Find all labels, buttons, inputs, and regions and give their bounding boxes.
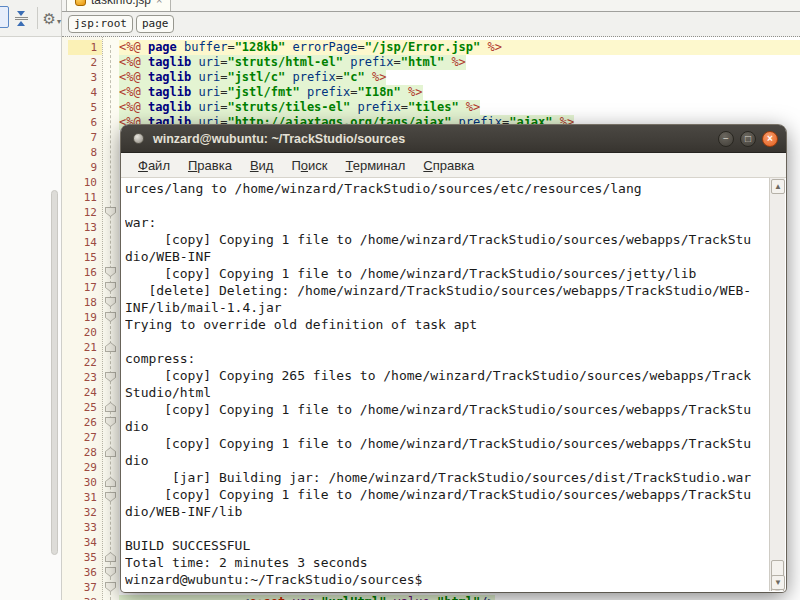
line-number: 24 — [63, 385, 97, 400]
panel-scrollbar-thumb[interactable] — [51, 190, 58, 555]
minimize-button[interactable]: − — [718, 131, 734, 147]
menu-правка[interactable]: Правка — [179, 156, 241, 175]
terminal-window[interactable]: winzard@wubuntu: ~/TrackStudio/sources −… — [121, 125, 786, 592]
terminal-title: winzard@wubuntu: ~/TrackStudio/sources — [153, 132, 405, 146]
code-line: <%@ taglib uri="jstl/c" prefix="c" %> — [119, 70, 800, 85]
close-button[interactable]: × — [762, 131, 778, 147]
line-number: 11 — [63, 190, 97, 205]
line-number: 10 — [63, 175, 97, 190]
menu-справка[interactable]: Справка — [414, 156, 483, 175]
toolbar-separator — [37, 7, 38, 29]
line-number: 16 — [63, 265, 97, 280]
code-line: <%@ taglib uri="struts/html-el" prefix="… — [119, 55, 800, 70]
jsp-file-icon — [75, 0, 86, 6]
scroll-down-icon[interactable]: ▼ — [771, 575, 785, 590]
line-number: 2 — [63, 55, 97, 70]
terminal-titlebar[interactable]: winzard@wubuntu: ~/TrackStudio/sources −… — [121, 125, 786, 153]
line-number: 33 — [63, 520, 97, 535]
line-number: 31 — [63, 490, 97, 505]
line-number: 6 — [63, 115, 97, 130]
tab-close-icon[interactable]: × — [156, 0, 162, 6]
line-number: 36 — [63, 565, 97, 580]
fold-marker-icon[interactable] — [105, 582, 116, 592]
line-number: 29 — [63, 460, 97, 475]
breadcrumb-page[interactable]: page — [136, 15, 175, 33]
line-number: 13 — [63, 220, 97, 235]
line-number: 9 — [63, 160, 97, 175]
tab-taskinfo-jsp[interactable]: taskinfo.jsp × — [66, 0, 171, 12]
editor-tab-bar: taskinfo.jsp × — [0, 0, 800, 12]
line-number: 22 — [63, 355, 97, 370]
fold-marker-icon[interactable] — [105, 297, 116, 307]
panel-edge-button[interactable] — [0, 6, 9, 28]
maximize-button[interactable]: □ — [740, 131, 756, 147]
line-number: 35 — [63, 550, 97, 565]
line-number: 20 — [63, 325, 97, 340]
line-number: 4 — [63, 85, 97, 100]
chevron-down-icon: ▾ — [57, 17, 61, 26]
menu-файл[interactable]: Файл — [129, 156, 179, 175]
terminal-menubar: ФайлПравкаВидПоискТерминалСправка — [121, 153, 786, 178]
menu-вид[interactable]: Вид — [241, 156, 283, 175]
line-number-gutter: 1234567891011121314151617181920212223242… — [62, 37, 103, 600]
terminal-output: urces/lang to /home/winzard/TrackStudio/… — [125, 180, 768, 591]
line-number: 26 — [63, 415, 97, 430]
line-number: 17 — [63, 280, 97, 295]
tab-label: taskinfo.jsp — [91, 0, 151, 7]
code-line: <c:set var="urlHtml" value="html"/> — [119, 595, 800, 600]
fold-marker-icon[interactable] — [105, 477, 116, 487]
line-number: 3 — [63, 70, 97, 85]
line-number: 37 — [63, 580, 97, 595]
line-number: 21 — [63, 340, 97, 355]
line-number: 1 — [68, 40, 102, 55]
line-number: 5 — [63, 100, 97, 115]
line-number: 19 — [63, 310, 97, 325]
settings-gear-button[interactable]: ⚙ ▾ — [43, 11, 61, 26]
fold-marker-icon[interactable] — [105, 552, 116, 562]
terminal-scrollbar[interactable]: ▲ ≡ ▼ — [769, 178, 785, 591]
line-number: 25 — [63, 400, 97, 415]
line-number: 23 — [63, 370, 97, 385]
fold-marker-icon[interactable] — [105, 207, 116, 217]
fold-marker-icon[interactable] — [105, 492, 116, 502]
fold-marker-icon[interactable] — [105, 447, 116, 457]
menu-поиск[interactable]: Поиск — [282, 156, 336, 175]
structure-panel-toolbar: ⚙ ▾ — [0, 0, 62, 37]
fold-column — [103, 37, 119, 600]
fold-marker-icon[interactable] — [105, 342, 116, 352]
fold-marker-icon[interactable] — [105, 417, 116, 427]
code-line: <%@ page buffer="128kb" errorPage="/jsp/… — [119, 40, 800, 55]
line-number: 34 — [63, 535, 97, 550]
breadcrumb-jsp-root[interactable]: jsp:root — [68, 15, 133, 33]
line-number: 30 — [63, 475, 97, 490]
fold-marker-icon[interactable] — [105, 402, 116, 412]
line-number: 15 — [63, 250, 97, 265]
code-line: <%@ taglib uri="struts/tiles-el" prefix=… — [119, 100, 800, 115]
menu-терминал[interactable]: Терминал — [336, 156, 414, 175]
fold-marker-icon[interactable] — [105, 567, 116, 577]
scroll-up-icon[interactable]: ▲ — [771, 179, 785, 194]
screen: taskinfo.jsp × ⚙ ▾ jsp:rootpage 12345678… — [0, 0, 800, 600]
line-number: 18 — [63, 295, 97, 310]
breadcrumb-bar: jsp:rootpage — [62, 12, 800, 37]
fold-marker-icon[interactable] — [105, 267, 116, 277]
collapse-all-icon[interactable] — [14, 8, 29, 28]
terminal-body[interactable]: urces/lang to /home/winzard/TrackStudio/… — [122, 178, 785, 591]
line-number: 7 — [63, 130, 97, 145]
code-line: <%@ taglib uri="jstl/fmt" prefix="I18n" … — [119, 85, 800, 100]
line-number: 28 — [63, 445, 97, 460]
line-number: 14 — [63, 235, 97, 250]
left-tool-panel — [0, 37, 62, 600]
terminal-window-icon — [133, 133, 144, 144]
line-number: 12 — [63, 205, 97, 220]
fold-marker-icon[interactable] — [105, 372, 116, 382]
fold-marker-icon[interactable] — [105, 312, 116, 322]
gear-icon: ⚙ — [43, 11, 56, 26]
fold-marker-icon[interactable] — [105, 282, 116, 292]
line-number: 27 — [63, 430, 97, 445]
line-number: 38 — [63, 595, 97, 600]
line-number: 32 — [63, 505, 97, 520]
line-number: 8 — [63, 145, 97, 160]
